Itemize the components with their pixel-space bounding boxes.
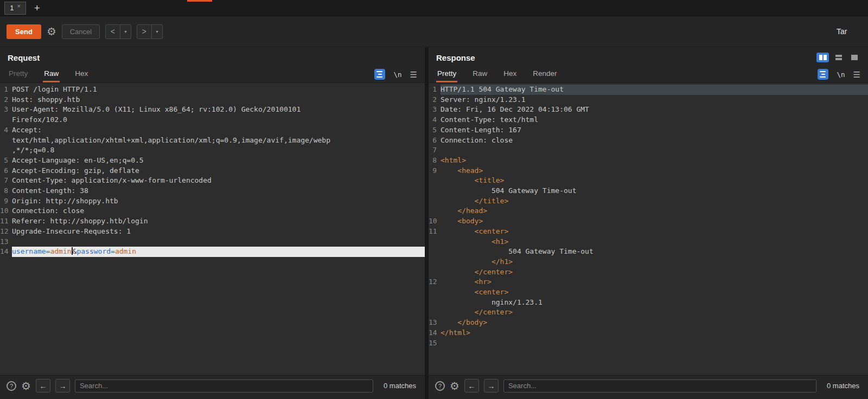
search-settings-gear-icon[interactable]: ⚙ xyxy=(450,381,459,391)
response-code-line[interactable]: 6Connection: close xyxy=(429,136,868,146)
line-content: Connection: close xyxy=(12,206,425,216)
history-back-dropdown[interactable]: ▼ xyxy=(120,24,131,39)
show-newlines-icon[interactable]: \n xyxy=(837,70,845,79)
response-tab-pretty[interactable]: Pretty xyxy=(436,69,457,82)
editor-menu-icon[interactable]: ☰ xyxy=(410,70,417,79)
request-code-line[interactable]: 12Upgrade-Insecure-Requests: 1 xyxy=(0,227,425,237)
editor-menu-icon[interactable]: ☰ xyxy=(853,70,860,79)
response-search-input[interactable] xyxy=(503,379,816,392)
request-code-line[interactable]: 5Accept-Language: en-US,en;q=0.5 xyxy=(0,156,425,166)
search-next-icon[interactable]: → xyxy=(484,379,499,392)
search-settings-gear-icon[interactable]: ⚙ xyxy=(21,381,31,391)
response-code-line[interactable]: 15 xyxy=(429,338,868,349)
response-code-line[interactable]: 4Content-Type: text/html xyxy=(429,115,868,125)
response-code-line[interactable]: nginx/1.23.1 xyxy=(429,298,868,308)
response-code-line[interactable]: 13 </body> xyxy=(429,318,868,328)
line-content: ,*/*;q=0.8 xyxy=(12,145,425,156)
request-code-line[interactable]: 14username=admin&password=admin xyxy=(0,247,425,257)
request-code-line[interactable]: 2Host: shoppy.htb xyxy=(0,95,425,105)
request-code-line[interactable]: 1POST /login HTTP/1.1 xyxy=(0,85,425,95)
request-code-line[interactable]: text/html,application/xhtml+xml,applicat… xyxy=(0,136,425,146)
request-search-input[interactable] xyxy=(75,379,373,392)
response-editor[interactable]: 1HTTP/1.1 504 Gateway Time-out2Server: n… xyxy=(429,83,868,375)
line-content: Accept: xyxy=(12,125,425,136)
response-code-line[interactable]: 5Content-Length: 167 xyxy=(429,125,868,136)
response-code-line[interactable]: <h1> xyxy=(429,237,868,247)
add-tab-button[interactable]: + xyxy=(34,3,40,13)
line-number: 4 xyxy=(429,115,441,125)
response-tab-render[interactable]: Render xyxy=(532,69,558,82)
history-back-button[interactable]: < xyxy=(105,24,120,39)
line-number: 12 xyxy=(429,277,441,287)
request-code-line[interactable]: 11Referer: http://shoppy.htb/login xyxy=(0,216,425,227)
request-code-line[interactable]: 10Connection: close xyxy=(0,206,425,216)
response-code-line[interactable]: 10 <body> xyxy=(429,216,868,227)
tab-close-icon[interactable]: × xyxy=(17,3,20,9)
request-code-line[interactable]: 6Accept-Encoding: gzip, deflate xyxy=(0,166,425,176)
response-code-line[interactable]: </title> xyxy=(429,196,868,207)
line-number: 14 xyxy=(0,247,12,257)
request-code-line[interactable]: ,*/*;q=0.8 xyxy=(0,145,425,156)
target-section-label[interactable]: Tar xyxy=(837,27,847,36)
response-code-line[interactable]: 504 Gateway Time-out xyxy=(429,247,868,257)
layout-single-icon[interactable] xyxy=(848,53,860,62)
response-code-line[interactable]: 1HTTP/1.1 504 Gateway Time-out xyxy=(429,85,868,95)
search-prev-icon[interactable]: ← xyxy=(464,379,479,392)
request-editor[interactable]: 1POST /login HTTP/1.12Host: shoppy.htb3U… xyxy=(0,83,425,375)
repeater-toolbar: Send ⚙ Cancel < ▼ > ▼ Tar xyxy=(0,16,868,47)
request-code-line[interactable]: 4Accept: xyxy=(0,125,425,136)
line-number: 13 xyxy=(429,318,441,328)
repeater-tab-bar: 1 × + xyxy=(0,0,868,16)
request-code-line[interactable]: 9Origin: http://shoppy.htb xyxy=(0,196,425,207)
request-tab-hex[interactable]: Hex xyxy=(74,69,89,82)
gear-icon[interactable]: ⚙ xyxy=(47,26,56,37)
response-code-line[interactable]: 14</html> xyxy=(429,328,868,338)
line-number xyxy=(0,136,12,146)
response-code-line[interactable]: </center> xyxy=(429,307,868,318)
response-code-line[interactable]: </center> xyxy=(429,267,868,278)
help-icon[interactable]: ? xyxy=(7,381,16,391)
response-code-line[interactable]: 9 <head> xyxy=(429,166,868,176)
main-tab-active-indicator xyxy=(187,0,212,2)
search-prev-icon[interactable]: ← xyxy=(36,379,50,392)
response-code-line[interactable]: 3Date: Fri, 16 Dec 2022 04:13:06 GMT xyxy=(429,105,868,115)
response-code-line[interactable]: 2Server: nginx/1.23.1 xyxy=(429,95,868,105)
line-content: Connection: close xyxy=(441,136,868,146)
response-code-line[interactable]: 504 Gateway Time-out xyxy=(429,186,868,196)
cancel-button[interactable]: Cancel xyxy=(62,24,100,39)
response-code-line[interactable]: 12 <hr> xyxy=(429,277,868,287)
show-newlines-icon[interactable]: \n xyxy=(393,70,401,79)
request-tab-pretty[interactable]: Pretty xyxy=(8,69,29,82)
send-button[interactable]: Send xyxy=(7,24,41,39)
request-code-line[interactable]: 8Content-Length: 38 xyxy=(0,186,425,196)
layout-columns-icon[interactable] xyxy=(816,53,829,62)
line-content: <head> xyxy=(441,166,868,176)
response-code-line[interactable]: </head> xyxy=(429,206,868,216)
layout-rows-icon[interactable] xyxy=(832,53,845,62)
response-tab-raw[interactable]: Raw xyxy=(471,69,488,82)
response-code-line[interactable]: 11 <center> xyxy=(429,227,868,237)
response-code-line[interactable]: </h1> xyxy=(429,257,868,267)
request-tab-raw[interactable]: Raw xyxy=(43,69,60,82)
request-code-line[interactable]: 7Content-Type: application/x-www-form-ur… xyxy=(0,176,425,186)
history-forward-dropdown[interactable]: ▼ xyxy=(152,24,163,39)
request-code-line[interactable]: 13 xyxy=(0,237,425,247)
line-number: 8 xyxy=(429,156,441,166)
history-forward-button[interactable]: > xyxy=(137,24,152,39)
search-next-icon[interactable]: → xyxy=(55,379,70,392)
help-icon[interactable]: ? xyxy=(435,381,445,391)
line-content: Referer: http://shoppy.htb/login xyxy=(12,216,425,227)
response-title: Response xyxy=(436,53,475,62)
panel-splitter[interactable] xyxy=(425,47,429,399)
response-code-line[interactable]: 8<html> xyxy=(429,156,868,166)
request-tabs: PrettyRawHex xyxy=(8,69,89,82)
prettify-icon[interactable] xyxy=(374,69,385,80)
response-code-line[interactable]: <center> xyxy=(429,287,868,298)
repeater-tab-1[interactable]: 1 × xyxy=(4,2,26,15)
response-tab-hex[interactable]: Hex xyxy=(502,69,518,82)
response-code-line[interactable]: 7 xyxy=(429,145,868,156)
response-code-line[interactable]: <title> xyxy=(429,176,868,186)
request-code-line[interactable]: Firefox/102.0 xyxy=(0,115,425,125)
prettify-icon[interactable] xyxy=(818,69,828,80)
request-code-line[interactable]: 3User-Agent: Mozilla/5.0 (X11; Linux x86… xyxy=(0,105,425,115)
